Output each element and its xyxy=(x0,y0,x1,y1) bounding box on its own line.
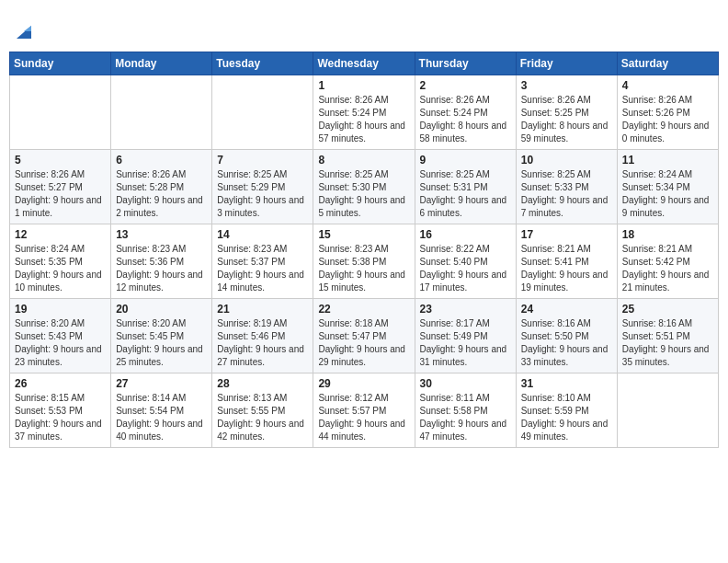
week-row-4: 19Sunrise: 8:20 AM Sunset: 5:43 PM Dayli… xyxy=(10,299,719,373)
week-row-5: 26Sunrise: 8:15 AM Sunset: 5:53 PM Dayli… xyxy=(10,373,719,448)
day-cell: 21Sunrise: 8:19 AM Sunset: 5:46 PM Dayli… xyxy=(212,299,313,373)
day-number: 14 xyxy=(217,228,308,241)
day-number: 18 xyxy=(622,228,713,241)
day-info: Sunrise: 8:14 AM Sunset: 5:54 PM Dayligh… xyxy=(116,392,207,443)
day-info: Sunrise: 8:26 AM Sunset: 5:24 PM Dayligh… xyxy=(318,94,409,145)
day-cell xyxy=(10,75,111,150)
day-cell: 13Sunrise: 8:23 AM Sunset: 5:36 PM Dayli… xyxy=(111,224,212,299)
day-info: Sunrise: 8:18 AM Sunset: 5:47 PM Dayligh… xyxy=(318,317,409,369)
day-number: 27 xyxy=(116,377,207,390)
day-cell: 28Sunrise: 8:13 AM Sunset: 5:55 PM Dayli… xyxy=(212,373,313,448)
day-cell: 11Sunrise: 8:24 AM Sunset: 5:34 PM Dayli… xyxy=(617,150,718,224)
day-cell: 23Sunrise: 8:17 AM Sunset: 5:49 PM Dayli… xyxy=(415,299,516,373)
week-row-2: 5Sunrise: 8:26 AM Sunset: 5:27 PM Daylig… xyxy=(10,150,719,224)
day-info: Sunrise: 8:26 AM Sunset: 5:28 PM Dayligh… xyxy=(116,168,207,220)
weekday-header-sunday: Sunday xyxy=(10,52,111,75)
day-number: 30 xyxy=(420,377,511,390)
day-cell: 29Sunrise: 8:12 AM Sunset: 5:57 PM Dayli… xyxy=(313,373,415,448)
day-cell: 3Sunrise: 8:26 AM Sunset: 5:25 PM Daylig… xyxy=(516,75,617,150)
day-cell: 20Sunrise: 8:20 AM Sunset: 5:45 PM Dayli… xyxy=(111,299,212,373)
day-info: Sunrise: 8:23 AM Sunset: 5:37 PM Dayligh… xyxy=(217,243,308,294)
day-number: 11 xyxy=(622,154,713,167)
day-cell: 27Sunrise: 8:14 AM Sunset: 5:54 PM Dayli… xyxy=(111,373,212,448)
day-number: 23 xyxy=(420,303,511,316)
logo-icon xyxy=(11,18,37,44)
day-info: Sunrise: 8:25 AM Sunset: 5:30 PM Dayligh… xyxy=(318,168,409,220)
day-number: 17 xyxy=(521,228,612,241)
weekday-header-saturday: Saturday xyxy=(617,52,718,75)
day-number: 5 xyxy=(15,154,106,167)
day-cell: 7Sunrise: 8:25 AM Sunset: 5:29 PM Daylig… xyxy=(212,150,313,224)
header xyxy=(9,9,719,52)
day-number: 6 xyxy=(116,154,207,167)
day-number: 7 xyxy=(217,154,308,167)
day-info: Sunrise: 8:15 AM Sunset: 5:53 PM Dayligh… xyxy=(15,392,106,443)
day-info: Sunrise: 8:23 AM Sunset: 5:38 PM Dayligh… xyxy=(318,243,409,294)
day-cell: 25Sunrise: 8:16 AM Sunset: 5:51 PM Dayli… xyxy=(617,299,718,373)
day-cell: 18Sunrise: 8:21 AM Sunset: 5:42 PM Dayli… xyxy=(617,224,718,299)
page-container: SundayMondayTuesdayWednesdayThursdayFrid… xyxy=(9,9,719,448)
day-number: 15 xyxy=(318,228,409,241)
day-number: 4 xyxy=(622,79,713,92)
day-cell: 30Sunrise: 8:11 AM Sunset: 5:58 PM Dayli… xyxy=(415,373,516,448)
day-info: Sunrise: 8:26 AM Sunset: 5:25 PM Dayligh… xyxy=(521,94,612,145)
day-info: Sunrise: 8:19 AM Sunset: 5:46 PM Dayligh… xyxy=(217,317,308,369)
day-info: Sunrise: 8:22 AM Sunset: 5:40 PM Dayligh… xyxy=(420,243,511,294)
day-cell: 31Sunrise: 8:10 AM Sunset: 5:59 PM Dayli… xyxy=(516,373,617,448)
day-info: Sunrise: 8:26 AM Sunset: 5:24 PM Dayligh… xyxy=(420,94,511,145)
day-info: Sunrise: 8:13 AM Sunset: 5:55 PM Dayligh… xyxy=(217,392,308,443)
day-cell xyxy=(212,75,313,150)
day-number: 28 xyxy=(217,377,308,390)
day-cell: 10Sunrise: 8:25 AM Sunset: 5:33 PM Dayli… xyxy=(516,150,617,224)
day-number: 9 xyxy=(420,154,511,167)
weekday-header-friday: Friday xyxy=(516,52,617,75)
day-number: 8 xyxy=(318,154,409,167)
day-info: Sunrise: 8:26 AM Sunset: 5:26 PM Dayligh… xyxy=(622,94,713,145)
day-cell: 16Sunrise: 8:22 AM Sunset: 5:40 PM Dayli… xyxy=(415,224,516,299)
day-info: Sunrise: 8:12 AM Sunset: 5:57 PM Dayligh… xyxy=(318,392,409,443)
day-number: 2 xyxy=(420,79,511,92)
day-number: 3 xyxy=(521,79,612,92)
day-cell: 22Sunrise: 8:18 AM Sunset: 5:47 PM Dayli… xyxy=(313,299,415,373)
day-info: Sunrise: 8:25 AM Sunset: 5:29 PM Dayligh… xyxy=(217,168,308,220)
day-number: 24 xyxy=(521,303,612,316)
day-number: 21 xyxy=(217,303,308,316)
day-cell: 12Sunrise: 8:24 AM Sunset: 5:35 PM Dayli… xyxy=(10,224,111,299)
day-number: 13 xyxy=(116,228,207,241)
day-info: Sunrise: 8:24 AM Sunset: 5:34 PM Dayligh… xyxy=(622,168,713,220)
day-info: Sunrise: 8:25 AM Sunset: 5:31 PM Dayligh… xyxy=(420,168,511,220)
day-cell xyxy=(111,75,212,150)
day-number: 1 xyxy=(318,79,409,92)
day-cell: 1Sunrise: 8:26 AM Sunset: 5:24 PM Daylig… xyxy=(313,75,415,150)
day-cell: 19Sunrise: 8:20 AM Sunset: 5:43 PM Dayli… xyxy=(10,299,111,373)
week-row-3: 12Sunrise: 8:24 AM Sunset: 5:35 PM Dayli… xyxy=(10,224,719,299)
day-cell: 9Sunrise: 8:25 AM Sunset: 5:31 PM Daylig… xyxy=(415,150,516,224)
day-cell: 5Sunrise: 8:26 AM Sunset: 5:27 PM Daylig… xyxy=(10,150,111,224)
day-number: 20 xyxy=(116,303,207,316)
day-info: Sunrise: 8:17 AM Sunset: 5:49 PM Dayligh… xyxy=(420,317,511,369)
day-cell: 2Sunrise: 8:26 AM Sunset: 5:24 PM Daylig… xyxy=(415,75,516,150)
day-info: Sunrise: 8:20 AM Sunset: 5:45 PM Dayligh… xyxy=(116,317,207,369)
day-info: Sunrise: 8:11 AM Sunset: 5:58 PM Dayligh… xyxy=(420,392,511,443)
day-number: 19 xyxy=(15,303,106,316)
day-number: 26 xyxy=(15,377,106,390)
day-cell: 8Sunrise: 8:25 AM Sunset: 5:30 PM Daylig… xyxy=(313,150,415,224)
logo xyxy=(9,18,37,44)
day-info: Sunrise: 8:25 AM Sunset: 5:33 PM Dayligh… xyxy=(521,168,612,220)
day-info: Sunrise: 8:20 AM Sunset: 5:43 PM Dayligh… xyxy=(15,317,106,369)
week-row-1: 1Sunrise: 8:26 AM Sunset: 5:24 PM Daylig… xyxy=(10,75,719,150)
day-info: Sunrise: 8:16 AM Sunset: 5:50 PM Dayligh… xyxy=(521,317,612,369)
day-number: 22 xyxy=(318,303,409,316)
day-cell: 15Sunrise: 8:23 AM Sunset: 5:38 PM Dayli… xyxy=(313,224,415,299)
day-info: Sunrise: 8:16 AM Sunset: 5:51 PM Dayligh… xyxy=(622,317,713,369)
day-info: Sunrise: 8:21 AM Sunset: 5:42 PM Dayligh… xyxy=(622,243,713,294)
day-number: 29 xyxy=(318,377,409,390)
day-cell: 4Sunrise: 8:26 AM Sunset: 5:26 PM Daylig… xyxy=(617,75,718,150)
day-info: Sunrise: 8:26 AM Sunset: 5:27 PM Dayligh… xyxy=(15,168,106,220)
day-info: Sunrise: 8:21 AM Sunset: 5:41 PM Dayligh… xyxy=(521,243,612,294)
day-number: 10 xyxy=(521,154,612,167)
calendar-table: SundayMondayTuesdayWednesdayThursdayFrid… xyxy=(9,52,719,448)
weekday-header-monday: Monday xyxy=(111,52,212,75)
weekday-header-row: SundayMondayTuesdayWednesdayThursdayFrid… xyxy=(10,52,719,75)
day-number: 25 xyxy=(622,303,713,316)
